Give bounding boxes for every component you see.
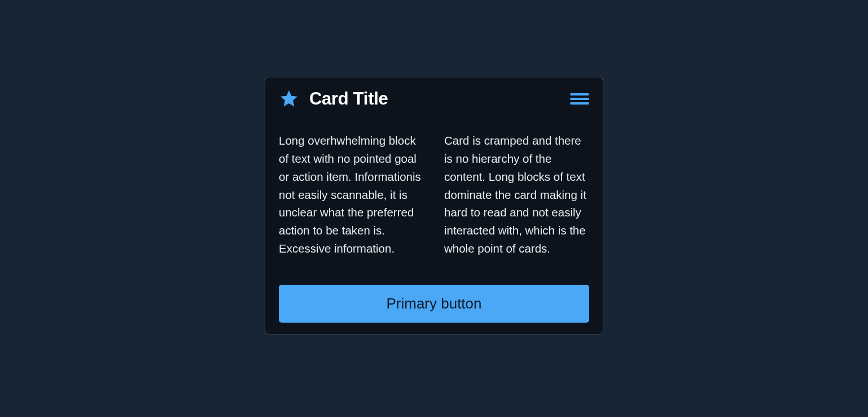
card-header-left: Card Title — [279, 89, 388, 109]
svg-rect-2 — [570, 102, 589, 105]
card-body: Long overhwhelming block of text with no… — [279, 132, 589, 258]
card-body-column-right: Card is cramped and there is no hierarch… — [444, 132, 589, 258]
card-body-column-left: Long overhwhelming block of text with no… — [279, 132, 424, 258]
svg-rect-1 — [570, 98, 589, 100]
menu-icon[interactable] — [570, 92, 589, 106]
card-header: Card Title — [279, 89, 589, 109]
card-title: Card Title — [309, 89, 388, 109]
star-icon — [279, 89, 299, 109]
svg-rect-0 — [570, 93, 589, 95]
primary-button[interactable]: Primary button — [279, 285, 589, 323]
card: Card Title Long overhwhelming block of t… — [265, 77, 603, 335]
